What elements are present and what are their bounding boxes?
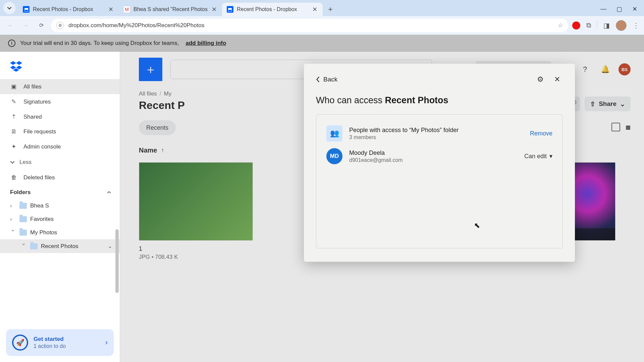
trash-icon: 🗑 — [10, 174, 17, 181]
address-bar[interactable]: ⚙ dropbox.com/home/My%20Photos/Recent%20… — [51, 19, 568, 32]
modal-title: Who can access Recent Photos — [316, 95, 563, 106]
folder-my-photos[interactable]: ›My Photos — [0, 226, 120, 239]
folder-icon — [19, 230, 27, 236]
gmail-favicon: M — [123, 6, 130, 13]
chevron-up-icon — [107, 190, 111, 194]
member-name: Moody Deela — [349, 149, 402, 157]
chevron-down-icon — [7, 6, 12, 10]
sidebar-item-admin-console[interactable]: ✦Admin console — [0, 139, 120, 154]
sidebar-item-deleted[interactable]: 🗑Deleted files — [0, 170, 120, 185]
brand[interactable] — [0, 56, 120, 79]
permission-dropdown[interactable]: Can edit ▾ — [524, 153, 552, 160]
extensions-icon[interactable]: ⧉ — [586, 21, 591, 29]
access-modal: Back ⚙ ✕ Who can access Recent Photos 👥 … — [304, 64, 575, 262]
nav-forward-button[interactable]: → — [20, 20, 32, 31]
sidebar: ▣All files ✎Signatures ⇡Shared 🗎File req… — [0, 52, 120, 362]
extension-adblock-icon[interactable] — [572, 21, 580, 29]
tab-title: Bhea S shared "Recent Photos — [133, 6, 208, 12]
chevron-down-icon: › — [10, 230, 16, 236]
chevron-right-icon: › — [10, 216, 16, 223]
get-started-sub: 1 action to do — [34, 343, 66, 349]
sidebar-scrollbar[interactable] — [115, 229, 119, 293]
chevron-down-icon — [10, 160, 15, 165]
folder-label: Favorites — [30, 216, 54, 223]
folder-recent-photos[interactable]: ›Recent Photos⌄ — [0, 239, 120, 253]
sidebar-item-file-requests[interactable]: 🗎File requests — [0, 124, 120, 139]
sidebar-item-label: Admin console — [23, 143, 61, 150]
close-window-icon[interactable]: ✕ — [632, 5, 637, 13]
parent-folder-access-row: 👥 People with access to “My Photos” fold… — [324, 122, 554, 145]
close-icon[interactable]: ✕ — [551, 74, 563, 85]
sidebar-item-label: All files — [23, 83, 42, 90]
member-avatar: MD — [326, 148, 342, 164]
folder-label: Bhea S — [30, 202, 49, 209]
url-text: dropbox.com/home/My%20Photos/Recent%20Ph… — [68, 22, 204, 29]
parent-access-title: People with access to “My Photos” folder — [349, 127, 459, 134]
folder-label: My Photos — [30, 229, 57, 236]
info-icon: i — [8, 40, 15, 47]
member-email: d901eace@gmail.com — [349, 157, 402, 163]
modal-title-folder: Recent Photos — [385, 95, 448, 105]
folder-bhea-s[interactable]: ›Bhea S — [0, 199, 120, 213]
site-info-icon[interactable]: ⚙ — [56, 22, 64, 29]
parent-access-sub: 3 members — [349, 134, 459, 140]
bookmark-star-icon[interactable]: ☆ — [558, 22, 563, 29]
tab-close-icon[interactable]: ✕ — [312, 6, 318, 13]
sidebar-item-label: Signatures — [23, 99, 51, 105]
browser-tab-0[interactable]: ⬒ Recent Photos - Dropbox ✕ — [18, 3, 119, 16]
add-billing-link[interactable]: add billing info — [185, 40, 226, 47]
minimize-icon[interactable]: — — [600, 5, 606, 13]
folder-more-icon[interactable]: ⌄ — [108, 243, 112, 250]
sidebar-item-shared[interactable]: ⇡Shared — [0, 109, 120, 124]
modal-title-prefix: Who can access — [316, 95, 385, 105]
dropbox-logo-icon — [10, 61, 22, 72]
gear-icon[interactable]: ⚙ — [535, 74, 546, 85]
progress-ring-icon: 🚀 — [12, 335, 28, 351]
chevron-left-icon — [316, 76, 320, 82]
tab-close-icon[interactable]: ✕ — [211, 6, 217, 13]
chevron-down-icon: › — [20, 243, 27, 249]
admin-icon: ✦ — [10, 143, 17, 150]
tab-title: Recent Photos - Dropbox — [33, 6, 104, 12]
app-root: ▣All files ✎Signatures ⇡Shared 🗎File req… — [0, 52, 644, 362]
shared-icon: ⇡ — [10, 113, 17, 120]
folder-favorites[interactable]: ›Favorites — [0, 213, 120, 226]
sidebar-item-signatures[interactable]: ✎Signatures — [0, 94, 120, 109]
new-tab-button[interactable]: ＋ — [325, 3, 336, 15]
modal-header: Back ⚙ ✕ — [316, 74, 563, 85]
sidebar-item-all-files[interactable]: ▣All files — [0, 79, 120, 94]
separator — [597, 21, 597, 30]
folders-header[interactable]: Folders — [0, 185, 120, 199]
sidebar-item-label: Shared — [23, 114, 42, 120]
shared-folder-icon: 👥 — [326, 125, 342, 141]
maximize-icon[interactable]: ▢ — [616, 5, 622, 13]
remove-link[interactable]: Remove — [530, 130, 552, 137]
sidebar-item-label: File requests — [23, 128, 56, 135]
banner-text: Your trial will end in 30 days. To keep … — [20, 40, 179, 47]
file-request-icon: 🗎 — [10, 128, 17, 135]
back-button[interactable]: Back — [316, 76, 337, 83]
window-controls: — ▢ ✕ — [600, 5, 644, 16]
browser-tabstrip: ⬒ Recent Photos - Dropbox ✕ M Bhea S sha… — [0, 0, 644, 16]
tab-search-button[interactable] — [3, 2, 15, 14]
sidebar-less-toggle[interactable]: Less — [0, 154, 120, 170]
less-label: Less — [19, 159, 32, 166]
tab-title: Recent Photos - Dropbox — [237, 6, 308, 12]
reload-button[interactable]: ⟳ — [36, 20, 47, 31]
kebab-menu-icon[interactable]: ⋮ — [633, 21, 639, 29]
signature-icon: ✎ — [10, 98, 17, 105]
folder-icon — [19, 216, 27, 222]
sidebar-item-label: Deleted files — [23, 174, 55, 181]
nav-back-button[interactable]: ← — [5, 20, 16, 31]
chevron-right-icon: › — [10, 202, 16, 209]
profile-avatar[interactable] — [616, 20, 627, 31]
get-started-card[interactable]: 🚀 Get started 1 action to do › — [6, 329, 114, 356]
tab-close-icon[interactable]: ✕ — [108, 6, 114, 13]
back-label: Back — [323, 76, 337, 83]
permission-label: Can edit — [524, 153, 547, 160]
dropbox-favicon: ⬒ — [23, 6, 30, 13]
main-content: ＋ 👤⁺ Invite members ▦ ? 🔔 BS All files /… — [120, 52, 644, 362]
sidepanel-icon[interactable]: ◨ — [603, 21, 610, 29]
browser-tab-1[interactable]: M Bhea S shared "Recent Photos ✕ — [119, 3, 222, 16]
browser-tab-2[interactable]: ⬒ Recent Photos - Dropbox ✕ — [222, 3, 323, 16]
